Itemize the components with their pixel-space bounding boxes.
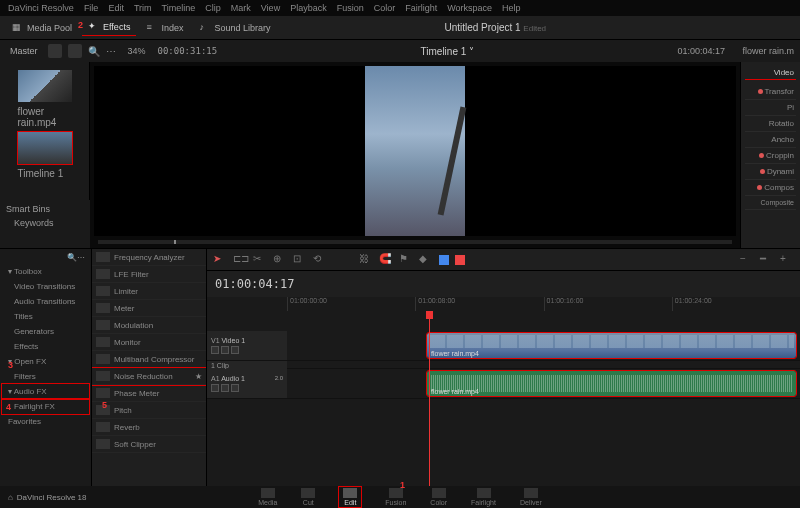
search-icon[interactable]: 🔍 bbox=[88, 46, 100, 57]
toolbox-group[interactable]: ▾ Toolbox bbox=[2, 264, 89, 279]
inspector-row[interactable]: Croppin bbox=[745, 148, 796, 164]
fx-item[interactable]: Pitch bbox=[92, 402, 206, 419]
insert-tool[interactable]: ⊕ bbox=[273, 253, 287, 267]
zoom-slider[interactable]: ━ bbox=[760, 253, 774, 267]
menu-item[interactable]: Edit bbox=[108, 3, 124, 13]
menu-item[interactable]: Fairlight bbox=[405, 3, 437, 13]
fx-tree-item[interactable]: Titles bbox=[2, 309, 89, 324]
fx-item[interactable]: Monitor bbox=[92, 334, 206, 351]
fx-tree-item[interactable]: Audio Transitions bbox=[2, 294, 89, 309]
menu-item[interactable]: Clip bbox=[205, 3, 221, 13]
snap-tool[interactable]: 🧲 bbox=[379, 253, 393, 267]
trim-tool[interactable]: ⊏⊐ bbox=[233, 253, 247, 267]
zoom-out-button[interactable]: − bbox=[740, 253, 754, 267]
list-view-button[interactable] bbox=[48, 44, 62, 58]
effects-tab[interactable]: ✦Effects bbox=[82, 19, 136, 36]
favorites-group[interactable]: Favorites bbox=[2, 414, 89, 429]
fairlight-page[interactable]: Fairlight bbox=[471, 488, 496, 506]
thumb-view-button[interactable] bbox=[68, 44, 82, 58]
transform-section[interactable]: Transfor bbox=[745, 84, 796, 100]
zoom-in-button[interactable]: + bbox=[780, 253, 794, 267]
timeline-thumbnail[interactable] bbox=[18, 132, 72, 164]
fusion-page[interactable]: Fusion bbox=[385, 488, 406, 506]
jog-marker[interactable] bbox=[174, 240, 176, 244]
track-tag[interactable]: V1 bbox=[211, 337, 220, 344]
mute-toggle[interactable] bbox=[231, 346, 239, 354]
audiofx-group[interactable]: ▾ Audio FX bbox=[2, 384, 89, 399]
fx-item[interactable]: Reverb bbox=[92, 419, 206, 436]
color-page[interactable]: Color bbox=[430, 488, 447, 506]
menu-item[interactable]: Fusion bbox=[337, 3, 364, 13]
fx-tree-item[interactable]: Generators bbox=[2, 324, 89, 339]
video-track-header[interactable]: V1 Video 1 bbox=[207, 331, 287, 360]
clip-thumbnail[interactable] bbox=[18, 70, 72, 102]
home-button[interactable]: ⌂DaVinci Resolve 18 bbox=[8, 493, 87, 502]
fx-item[interactable]: Soft Clipper bbox=[92, 436, 206, 453]
menu-item[interactable]: Help bbox=[502, 3, 521, 13]
flag-tool[interactable]: ⚑ bbox=[399, 253, 413, 267]
openfx-group[interactable]: ▾ Open FX bbox=[2, 354, 89, 369]
cut-page[interactable]: Cut bbox=[301, 488, 315, 506]
inspector-row[interactable]: Ancho bbox=[745, 132, 796, 148]
marker-tool[interactable]: ◆ bbox=[419, 253, 433, 267]
playhead[interactable] bbox=[429, 311, 430, 486]
video-clip[interactable]: flower rain.mp4 bbox=[427, 333, 796, 358]
selection-tool[interactable]: ➤ bbox=[213, 253, 227, 267]
lock-toggle[interactable] bbox=[211, 384, 219, 392]
search-icon[interactable]: 🔍 bbox=[67, 253, 77, 262]
viewer-canvas[interactable] bbox=[94, 66, 736, 236]
inspector-row[interactable]: Compos bbox=[745, 180, 796, 196]
fx-item[interactable]: Limiter bbox=[92, 283, 206, 300]
options-icon[interactable]: ⋯ bbox=[77, 253, 85, 262]
inspector-row[interactable]: Pi bbox=[745, 100, 796, 116]
fx-item[interactable]: Meter bbox=[92, 300, 206, 317]
mute-toggle[interactable] bbox=[231, 384, 239, 392]
fx-item[interactable]: Frequency Analyzer bbox=[92, 249, 206, 266]
media-page[interactable]: Media bbox=[258, 488, 277, 506]
jog-bar[interactable] bbox=[98, 240, 732, 244]
index-tab[interactable]: ≡Index bbox=[140, 20, 189, 36]
audio-track-header[interactable]: A1 Audio 1 2.0 bbox=[207, 369, 287, 398]
timeline-name-dropdown[interactable]: Timeline 1 ˅ bbox=[217, 46, 677, 57]
fx-item[interactable]: Phase Meter bbox=[92, 385, 206, 402]
blade-tool[interactable]: ✂ bbox=[253, 253, 267, 267]
marker-color-blue[interactable] bbox=[439, 255, 449, 265]
solo-toggle[interactable] bbox=[221, 384, 229, 392]
menu-item[interactable]: Mark bbox=[231, 3, 251, 13]
zoom-level[interactable]: 34% bbox=[128, 46, 146, 56]
filters-item[interactable]: Filters bbox=[2, 369, 89, 384]
link-tool[interactable]: ⛓ bbox=[359, 253, 373, 267]
menu-item[interactable]: View bbox=[261, 3, 280, 13]
fx-item[interactable]: Multiband Compressor bbox=[92, 351, 206, 368]
fx-tree-item[interactable]: Effects bbox=[2, 339, 89, 354]
inspector-row[interactable]: Rotatio bbox=[745, 116, 796, 132]
media-pool-tab[interactable]: ▦Media Pool bbox=[6, 20, 78, 36]
keywords-bin[interactable]: Keywords bbox=[6, 218, 84, 228]
audio-clip[interactable]: flower rain.mp4 bbox=[427, 371, 796, 396]
master-bin[interactable]: Master bbox=[6, 44, 42, 58]
menu-item[interactable]: Workspace bbox=[447, 3, 492, 13]
menu-item[interactable]: Timeline bbox=[162, 3, 196, 13]
inspector-video-tab[interactable]: Video bbox=[745, 66, 796, 80]
menu-item[interactable]: DaVinci Resolve bbox=[8, 3, 74, 13]
options-icon[interactable]: ⋯ bbox=[106, 46, 116, 57]
menu-item[interactable]: Playback bbox=[290, 3, 327, 13]
deliver-page[interactable]: Deliver bbox=[520, 488, 542, 506]
fx-tree-item[interactable]: Video Transitions bbox=[2, 279, 89, 294]
timeline-ruler[interactable]: 01:00:00:00 01:00:08:00 01:00:16:00 01:0… bbox=[207, 297, 800, 311]
menu-item[interactable]: File bbox=[84, 3, 99, 13]
smart-bins-header[interactable]: Smart Bins bbox=[6, 204, 84, 214]
track-tag[interactable]: A1 bbox=[211, 375, 220, 382]
fairlightfx-item[interactable]: Fairlight FX bbox=[2, 399, 89, 414]
fx-item[interactable]: LFE Filter bbox=[92, 266, 206, 283]
overwrite-tool[interactable]: ⊡ bbox=[293, 253, 307, 267]
marker-color-red[interactable] bbox=[455, 255, 465, 265]
inspector-row[interactable]: Dynami bbox=[745, 164, 796, 180]
video-track-body[interactable]: flower rain.mp4 bbox=[287, 331, 800, 360]
menu-item[interactable]: Trim bbox=[134, 3, 152, 13]
edit-page[interactable]: Edit bbox=[339, 487, 361, 507]
noise-reduction-item[interactable]: Noise Reduction★ bbox=[92, 368, 206, 385]
lock-toggle[interactable] bbox=[211, 346, 219, 354]
audio-track-body[interactable]: flower rain.mp4 bbox=[287, 369, 800, 398]
timeline-timecode[interactable]: 01:00:04:17 bbox=[207, 271, 800, 297]
